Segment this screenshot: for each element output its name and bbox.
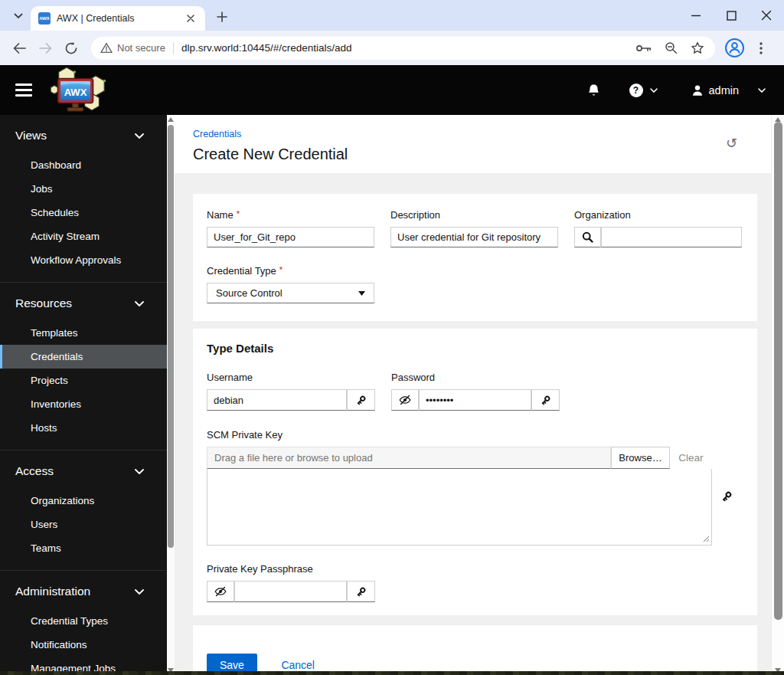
maximize-button[interactable] <box>714 0 749 31</box>
scm-private-key-label: SCM Private Key <box>207 429 743 441</box>
new-tab-button[interactable] <box>211 6 233 28</box>
browser-menu-kebab-icon[interactable] <box>752 39 770 57</box>
description-input[interactable] <box>390 227 558 247</box>
password-external-secret-button[interactable] <box>531 389 560 411</box>
sidebar-scrollbar-thumb[interactable] <box>168 125 174 548</box>
sidebar-item-inventories[interactable]: Inventories <box>0 392 167 416</box>
password-input[interactable] <box>419 389 531 411</box>
nav-group-resources-header[interactable]: Resources <box>0 295 167 313</box>
tab-close-icon[interactable] <box>184 11 198 25</box>
sidebar-item-templates[interactable]: Templates <box>0 321 167 345</box>
password-label: Password <box>391 372 560 383</box>
user-icon <box>691 84 704 97</box>
browser-profile-avatar[interactable] <box>724 38 745 58</box>
sidebar-item-schedules[interactable]: Schedules <box>0 201 167 224</box>
page-title: Create New Credential <box>193 146 753 163</box>
browser-tab[interactable]: AWX AWX | Credentials <box>31 6 205 31</box>
browse-button[interactable]: Browse… <box>611 447 670 469</box>
minimize-button[interactable] <box>678 0 714 31</box>
credential-type-value: Source Control <box>216 287 283 299</box>
plus-icon <box>217 11 227 22</box>
sidebar-item-projects[interactable]: Projects <box>0 369 167 392</box>
scm-private-key-textarea[interactable] <box>207 469 712 546</box>
file-drop-input[interactable] <box>207 447 611 469</box>
name-input[interactable] <box>207 227 374 247</box>
scm-key-external-secret-button[interactable] <box>712 447 741 546</box>
chevron-down-icon <box>135 133 144 139</box>
required-marker: * <box>237 209 240 218</box>
not-secure-warning-icon <box>100 42 113 54</box>
bookmark-star-icon[interactable] <box>691 41 704 54</box>
back-button[interactable] <box>6 35 32 61</box>
forward-button[interactable] <box>32 35 58 61</box>
sidebar-item-dashboard[interactable]: Dashboard <box>0 153 167 177</box>
username-input[interactable] <box>207 389 347 411</box>
help-menu[interactable]: ? <box>629 84 658 97</box>
sidebar-item-jobs[interactable]: Jobs <box>0 177 167 201</box>
tab-title: AWX | Credentials <box>57 13 184 24</box>
user-menu[interactable]: admin <box>691 84 766 97</box>
sidebar: Views Dashboard Jobs Schedules Activity … <box>0 115 167 675</box>
organization-input[interactable] <box>601 227 742 247</box>
eye-slash-icon <box>399 395 411 405</box>
passphrase-external-secret-button[interactable] <box>347 581 375 602</box>
organization-label: Organization <box>574 209 742 221</box>
sidebar-item-activity-stream[interactable]: Activity Stream <box>0 224 167 248</box>
tab-strip: AWX AWX | Credentials <box>0 0 784 31</box>
security-label[interactable]: Not secure <box>117 42 165 54</box>
chevron-down-icon <box>135 301 144 306</box>
password-manager-key-icon[interactable] <box>635 44 652 53</box>
sidebar-item-organizations[interactable]: Organizations <box>0 489 167 513</box>
username-external-secret-button[interactable] <box>347 389 375 411</box>
sidebar-scrollbar[interactable] <box>167 115 175 675</box>
passphrase-show-toggle-button[interactable] <box>207 581 234 602</box>
user-caret-icon <box>758 88 766 93</box>
help-icon: ? <box>629 84 643 97</box>
nav-group-administration-header[interactable]: Administration <box>0 583 167 601</box>
organization-search-button[interactable] <box>574 227 601 247</box>
scm-private-key-upload: Browse… Clear <box>207 447 743 546</box>
zoom-out-icon[interactable] <box>665 41 678 54</box>
sidebar-item-teams[interactable]: Teams <box>0 536 167 560</box>
search-icon <box>582 231 593 243</box>
resize-grip-icon[interactable] <box>703 536 710 542</box>
browser-toolbar: Not secure dlp.srv.world:10445/#/credent… <box>0 31 784 65</box>
main-scrollbar[interactable] <box>771 115 784 675</box>
nav-group-resources-label: Resources <box>15 297 72 310</box>
credential-type-select[interactable]: Source Control <box>207 283 374 303</box>
notifications-bell-icon[interactable] <box>587 84 600 97</box>
sidebar-item-workflow-approvals[interactable]: Workflow Approvals <box>0 248 167 272</box>
nav-group-access-label: Access <box>15 464 54 478</box>
nav-group-administration-label: Administration <box>15 585 90 598</box>
nav-group-views-header[interactable]: Views <box>0 127 167 146</box>
chevron-down-icon <box>14 13 23 19</box>
tab-search-button[interactable] <box>7 7 30 25</box>
nav-toggle-hamburger-icon[interactable] <box>15 84 32 97</box>
sidebar-item-credentials[interactable]: Credentials <box>0 345 167 369</box>
chevron-down-icon <box>135 469 144 474</box>
sidebar-item-users[interactable]: Users <box>0 513 167 536</box>
awx-logo[interactable]: AWX <box>47 67 112 114</box>
sidebar-item-hosts[interactable]: Hosts <box>0 416 167 440</box>
page-header: Credentials Create New Credential ↺ <box>175 115 771 173</box>
awx-favicon: AWX <box>38 12 51 25</box>
breadcrumb-credentials-link[interactable]: Credentials <box>193 129 241 139</box>
scroll-up-arrow-icon[interactable] <box>168 117 174 122</box>
required-marker: * <box>279 265 283 274</box>
help-caret-icon <box>650 88 658 93</box>
type-details-heading: Type Details <box>207 342 743 355</box>
reload-button[interactable] <box>58 35 84 61</box>
close-button[interactable] <box>749 0 784 31</box>
password-show-toggle-button[interactable] <box>391 389 419 411</box>
passphrase-input[interactable] <box>234 581 347 602</box>
cancel-button[interactable]: Cancel <box>281 659 315 671</box>
sidebar-item-notifications[interactable]: Notifications <box>0 633 167 657</box>
clear-button[interactable]: Clear <box>670 447 712 469</box>
nav-group-access-header[interactable]: Access <box>0 463 167 481</box>
activity-history-icon[interactable]: ↺ <box>726 136 737 150</box>
url-text[interactable]: dlp.srv.world:10445/#/credentials/add <box>181 42 635 54</box>
description-label: Description <box>390 209 558 221</box>
sidebar-item-credential-types[interactable]: Credential Types <box>0 609 167 633</box>
main-scrollbar-thumb[interactable] <box>774 122 782 620</box>
address-bar[interactable]: Not secure dlp.srv.world:10445/#/credent… <box>91 37 715 60</box>
